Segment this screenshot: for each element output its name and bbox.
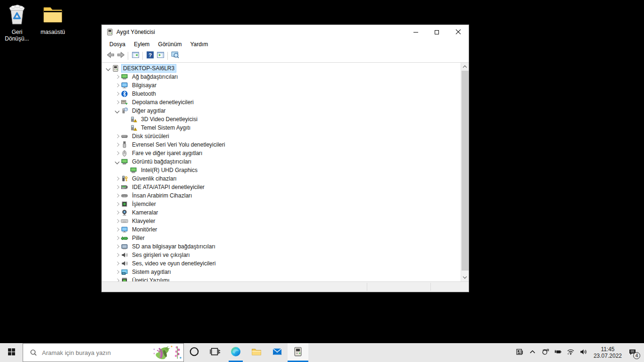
chevron-collapsed-icon[interactable] <box>114 252 121 259</box>
tree-node-label[interactable]: Güvenlik cihazları <box>131 175 178 182</box>
action-center-button[interactable]: 4 <box>626 343 642 362</box>
toolbar-scan-hardware-button[interactable] <box>170 51 180 61</box>
menu-eylem[interactable]: Eylem <box>130 40 154 49</box>
chevron-collapsed-icon[interactable] <box>114 243 121 250</box>
chevron-collapsed-icon[interactable] <box>114 175 121 182</box>
chevron-collapsed-icon[interactable] <box>114 184 121 191</box>
tree-row[interactable]: DESKTOP-SAI6LR3 <box>102 64 461 73</box>
tray-news-button[interactable] <box>513 343 526 362</box>
chevron-collapsed-icon[interactable] <box>114 141 121 148</box>
tree-node-label[interactable]: Ağ bağdaştırıcıları <box>131 73 179 81</box>
tray-chevron-up-button[interactable] <box>526 343 539 362</box>
tree-node-label[interactable]: SD ana bilgisayar bağdaştırıcıları <box>131 243 217 250</box>
chevron-collapsed-icon[interactable] <box>114 277 121 282</box>
tree-node-label[interactable]: Temel Sistem Aygıtı <box>140 124 192 132</box>
chevron-expanded-icon[interactable] <box>114 107 121 115</box>
scrollbar-thumb[interactable] <box>462 71 469 271</box>
tree-row[interactable]: ?Diğer aygıtlar <box>102 107 461 115</box>
desktop-icon-recycle-bin[interactable]: Geri Dönüşü... <box>0 3 34 42</box>
tree-row[interactable]: 3D Video Denetleyicisi <box>102 115 461 123</box>
tree-row[interactable]: Depolama denetleyicileri <box>102 98 461 107</box>
menu-görünüm[interactable]: Görünüm <box>154 40 186 49</box>
tree-node-label[interactable]: Intel(R) UHD Graphics <box>140 166 199 174</box>
chevron-collapsed-icon[interactable] <box>114 269 121 276</box>
tree-node-label[interactable]: Diğer aygıtlar <box>131 107 167 115</box>
scroll-down-icon[interactable] <box>461 273 469 281</box>
menu-dosya[interactable]: Dosya <box>105 40 130 49</box>
tray-battery-charging-button[interactable] <box>552 343 564 362</box>
tree-node-label[interactable]: Evrensel Seri Veri Yolu denetleyicileri <box>131 141 226 148</box>
tree-row[interactable]: Disk sürücüleri <box>102 132 461 140</box>
chevron-collapsed-icon[interactable] <box>114 82 121 89</box>
tree-node-label[interactable]: Disk sürücüleri <box>131 132 171 140</box>
tree-row[interactable]: Piller <box>102 234 461 242</box>
tree-node-label[interactable]: Ses girişleri ve çıkışları <box>131 251 191 259</box>
taskbar-clock[interactable]: 11:45 23.07.2022 <box>590 346 626 359</box>
tray-wifi-button[interactable] <box>564 343 577 362</box>
search-daily-art[interactable] <box>149 344 183 362</box>
desktop-icon-desktop-folder[interactable]: masaüstü <box>36 3 70 35</box>
tree-node-label[interactable]: Bluetooth <box>131 90 157 98</box>
chevron-collapsed-icon[interactable] <box>114 218 121 225</box>
chevron-collapsed-icon[interactable] <box>114 133 121 140</box>
tree-row[interactable]: İnsan Arabirim Cihazları <box>102 191 461 200</box>
chevron-collapsed-icon[interactable] <box>114 201 121 208</box>
tree-node-label[interactable]: Sistem aygıtları <box>131 268 173 276</box>
search-input[interactable] <box>42 349 149 356</box>
tree-node-label[interactable]: Ses, video ve oyun denetleyicileri <box>131 260 217 267</box>
title-bar[interactable]: Aygıt Yöneticisi <box>102 25 469 39</box>
tree-row[interactable]: Sistem aygıtları <box>102 268 461 276</box>
tree-row[interactable]: Evrensel Seri Veri Yolu denetleyicileri <box>102 140 461 149</box>
chevron-expanded-icon[interactable] <box>114 158 121 165</box>
tree-node-label[interactable]: DESKTOP-SAI6LR3 <box>122 65 176 72</box>
tree-node-label[interactable]: 3D Video Denetleyicisi <box>140 115 199 123</box>
chevron-collapsed-icon[interactable] <box>114 74 121 81</box>
tree-row[interactable]: Ağ bağdaştırıcıları <box>102 73 461 81</box>
tree-node-label[interactable]: İşlemciler <box>131 200 157 208</box>
tree-node-label[interactable]: Piller <box>131 234 146 242</box>
tree-node-label[interactable]: Kameralar <box>131 209 159 216</box>
toolbar-action-pane-button[interactable] <box>155 51 165 61</box>
tray-meet-now-button[interactable] <box>539 343 552 362</box>
chevron-collapsed-icon[interactable] <box>114 235 121 242</box>
tree-node-label[interactable]: Fare ve diğer işaret aygıtları <box>131 149 204 157</box>
tree-row[interactable]: İşlemciler <box>102 200 461 208</box>
toolbar-back-arrow-button[interactable] <box>105 51 116 61</box>
tree-node-label[interactable]: Depolama denetleyicileri <box>131 99 195 106</box>
chevron-collapsed-icon[interactable] <box>114 150 121 157</box>
chevron-collapsed-icon[interactable] <box>114 209 121 216</box>
tree-node-label[interactable]: Üretici Yazılımı <box>131 277 171 281</box>
tree-row[interactable]: Klavyeler <box>102 217 461 225</box>
vertical-scrollbar[interactable] <box>461 63 469 281</box>
edge-button[interactable] <box>225 343 246 362</box>
scroll-up-icon[interactable] <box>461 63 469 71</box>
chevron-collapsed-icon[interactable] <box>114 99 121 106</box>
maximize-button[interactable] <box>426 25 447 39</box>
chevron-collapsed-icon[interactable] <box>114 90 121 98</box>
tree-node-label[interactable]: Monitörler <box>131 226 158 233</box>
tree-row[interactable]: Temel Sistem Aygıtı <box>102 123 461 132</box>
toolbar-forward-arrow-button[interactable] <box>116 51 126 61</box>
tree-node-label[interactable]: Klavyeler <box>131 217 157 225</box>
task-view-button[interactable] <box>205 343 225 362</box>
chevron-collapsed-icon[interactable] <box>114 192 121 199</box>
tree-row[interactable]: Güvenlik cihazları <box>102 174 461 183</box>
tree-node-label[interactable]: IDE ATA/ATAPI denetleyiciler <box>131 183 206 191</box>
tree-row[interactable]: Bluetooth <box>102 90 461 98</box>
search-box[interactable] <box>23 343 184 362</box>
tree-row[interactable]: Fare ve diğer işaret aygıtları <box>102 149 461 157</box>
tree-row[interactable]: Ses, video ve oyun denetleyicileri <box>102 259 461 268</box>
tree-row[interactable]: Monitörler <box>102 225 461 234</box>
chevron-collapsed-icon[interactable] <box>114 260 121 267</box>
file-explorer-button[interactable] <box>246 343 267 362</box>
tree-node-label[interactable]: Bilgisayar <box>131 82 158 89</box>
device-manager-button[interactable] <box>288 343 308 362</box>
chevron-collapsed-icon[interactable] <box>114 226 121 233</box>
close-button[interactable] <box>447 25 469 39</box>
toolbar-help-button[interactable]: ? <box>145 51 155 61</box>
menu-yardım[interactable]: Yardım <box>186 40 212 49</box>
chevron-expanded-icon[interactable] <box>105 65 112 72</box>
tree-row[interactable]: SD ana bilgisayar bağdaştırıcıları <box>102 242 461 251</box>
tree-row[interactable]: Kameralar <box>102 208 461 217</box>
tree-row[interactable]: Bilgisayar <box>102 81 461 90</box>
